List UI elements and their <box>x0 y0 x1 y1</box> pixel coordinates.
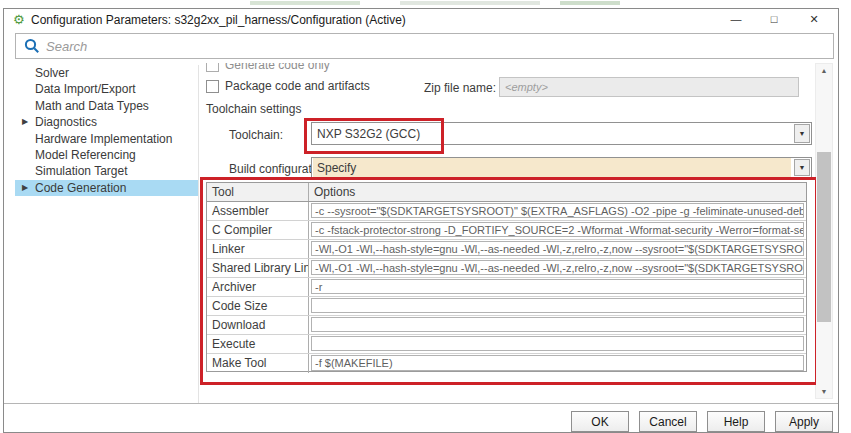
screenshot-canvas: ⚙ Configuration Parameters: s32g2xx_pil_… <box>0 0 851 433</box>
tool-name-cell: Code Size <box>207 297 309 315</box>
sidebar-item-label: Math and Data Types <box>35 99 149 113</box>
titlebar[interactable]: ⚙ Configuration Parameters: s32g2xx_pil_… <box>4 9 838 31</box>
table-row-execute: Execute <box>207 335 806 354</box>
main-panel: Generate code only Package code and arti… <box>200 63 816 403</box>
table-row-c-compiler: C Compiler-c -fstack-protector-strong -D… <box>207 221 806 240</box>
options-cell: -c --sysroot="$(SDKTARGETSYSROOT)" $(EXT… <box>309 202 806 220</box>
chevron-down-icon[interactable]: ▼ <box>794 124 810 143</box>
footer-divider <box>4 403 838 404</box>
sidebar-item-label: Data Import/Export <box>35 82 136 96</box>
toolchain-value: NXP S32G2 (GCC) <box>317 123 791 144</box>
tool-name-cell: Download <box>207 316 309 334</box>
tree-collapsed-icon[interactable]: ▶ <box>22 114 28 130</box>
package-code-row[interactable]: Package code and artifacts <box>206 79 370 93</box>
help-button[interactable]: Help <box>707 411 765 432</box>
table-row-code-size: Code Size <box>207 297 806 316</box>
apply-button[interactable]: Apply <box>775 411 833 432</box>
tool-name-cell: Linker <box>207 240 309 258</box>
table-header-row: Tool Options <box>207 183 806 202</box>
options-input[interactable]: -c --sysroot="$(SDKTARGETSYSROOT)" $(EXT… <box>311 203 804 218</box>
sidebar-item-simulation-target[interactable]: Simulation Target <box>15 163 198 179</box>
configuration-parameters-window: ⚙ Configuration Parameters: s32g2xx_pil_… <box>3 8 839 433</box>
zip-file-name-field: <empty> <box>499 77 799 97</box>
options-input[interactable] <box>311 336 804 351</box>
sidebar-item-code-generation[interactable]: ▶Code Generation <box>15 180 198 196</box>
cancel-button[interactable]: Cancel <box>639 411 697 432</box>
close-button[interactable]: ✕ <box>794 9 834 30</box>
search-input[interactable]: Search <box>15 33 834 59</box>
options-input[interactable]: -r <box>311 279 804 294</box>
window-title: Configuration Parameters: s32g2xx_pil_ha… <box>31 13 406 27</box>
chevron-down-icon[interactable]: ▼ <box>794 159 810 176</box>
footer-buttons: OKCancelHelpApply <box>4 411 833 432</box>
table-row-archiver: Archiver-r <box>207 278 806 297</box>
ok-button[interactable]: OK <box>571 411 629 432</box>
tool-name-cell: Execute <box>207 335 309 353</box>
background-artifact <box>250 1 360 5</box>
sidebar-item-label: Diagnostics <box>35 115 97 129</box>
sidebar-item-label: Code Generation <box>35 181 126 195</box>
toolchain-dropdown[interactable]: NXP S32G2 (GCC) ▼ <box>311 122 812 145</box>
toolchain-table-body: Assembler-c --sysroot="$(SDKTARGETSYSROO… <box>207 202 806 373</box>
scrollbar-thumb[interactable] <box>817 152 831 322</box>
package-code-checkbox[interactable] <box>206 80 219 93</box>
options-input[interactable]: -Wl,-O1 -Wl,--hash-style=gnu -Wl,--as-ne… <box>311 241 804 256</box>
options-cell: -f $(MAKEFILE) <box>309 354 806 373</box>
options-cell: -r <box>309 278 806 296</box>
options-input[interactable]: -f $(MAKEFILE) <box>311 355 804 371</box>
search-placeholder: Search <box>46 39 87 54</box>
options-input[interactable] <box>311 317 804 332</box>
toolchain-label: Toolchain: <box>229 128 283 142</box>
build-configuration-dropdown[interactable]: Specify ▼ <box>311 157 812 178</box>
generate-code-only-checkbox[interactable] <box>206 63 219 72</box>
tool-name-cell: Shared Library Linker <box>207 259 309 277</box>
table-row-download: Download <box>207 316 806 335</box>
scroll-up-icon[interactable]: ▲ <box>816 64 832 77</box>
options-cell <box>309 297 806 315</box>
sidebar-item-label: Solver <box>35 66 69 80</box>
options-cell <box>309 316 806 334</box>
sidebar-item-hardware-implementation[interactable]: Hardware Implementation <box>15 131 198 147</box>
options-input[interactable]: -Wl,-O1 -Wl,--hash-style=gnu -Wl,--as-ne… <box>311 260 804 275</box>
sidebar-tree: SolverData Import/ExportMath and Data Ty… <box>15 65 199 403</box>
sidebar-item-label: Model Referencing <box>35 148 136 162</box>
sidebar-item-label: Simulation Target <box>35 164 128 178</box>
options-cell: -Wl,-O1 -Wl,--hash-style=gnu -Wl,--as-ne… <box>309 259 806 277</box>
toolchain-details-table: Tool Options Assembler-c --sysroot="$(SD… <box>206 182 807 372</box>
tool-name-cell: Assembler <box>207 202 309 220</box>
background-artifact <box>400 1 540 5</box>
sidebar-item-diagnostics[interactable]: ▶Diagnostics <box>15 114 198 130</box>
tool-column-header: Tool <box>207 183 309 201</box>
gear-icon: ⚙ <box>13 11 25 28</box>
options-input[interactable] <box>311 298 804 313</box>
scroll-down-icon[interactable]: ▼ <box>816 385 832 398</box>
generate-code-only-label: Generate code only <box>225 63 330 72</box>
zip-file-name-label: Zip file name: <box>424 81 496 95</box>
vertical-scrollbar[interactable]: ▲ ▼ <box>815 63 833 399</box>
sidebar-item-model-referencing[interactable]: Model Referencing <box>15 147 198 163</box>
sidebar-item-data-import-export[interactable]: Data Import/Export <box>15 81 198 97</box>
options-cell: -Wl,-O1 -Wl,--hash-style=gnu -Wl,--as-ne… <box>309 240 806 258</box>
options-column-header: Options <box>309 183 806 201</box>
build-configuration-value: Specify <box>313 158 791 177</box>
sidebar-item-solver[interactable]: Solver <box>15 65 198 81</box>
package-code-label: Package code and artifacts <box>225 79 370 93</box>
table-row-assembler: Assembler-c --sysroot="$(SDKTARGETSYSROO… <box>207 202 806 221</box>
generate-code-only-row[interactable]: Generate code only <box>206 63 330 72</box>
minimize-button[interactable]: — <box>716 9 756 30</box>
table-row-make-tool: Make Tool-f $(MAKEFILE) <box>207 354 806 373</box>
tool-name-cell: Archiver <box>207 278 309 296</box>
tool-name-cell: Make Tool <box>207 354 309 373</box>
sidebar-item-math-and-data-types[interactable]: Math and Data Types <box>15 98 198 114</box>
background-artifact <box>560 1 620 5</box>
tree-collapsed-icon[interactable]: ▶ <box>22 180 28 196</box>
search-icon <box>24 38 40 54</box>
options-cell: -c -fstack-protector-strong -D_FORTIFY_S… <box>309 221 806 239</box>
options-input[interactable]: -c -fstack-protector-strong -D_FORTIFY_S… <box>311 222 804 237</box>
sidebar-item-label: Hardware Implementation <box>35 132 172 146</box>
options-cell <box>309 335 806 353</box>
maximize-button[interactable]: □ <box>754 9 794 30</box>
dialog-body: SolverData Import/ExportMath and Data Ty… <box>4 63 838 403</box>
tool-name-cell: C Compiler <box>207 221 309 239</box>
toolchain-settings-title: Toolchain settings <box>206 102 301 116</box>
